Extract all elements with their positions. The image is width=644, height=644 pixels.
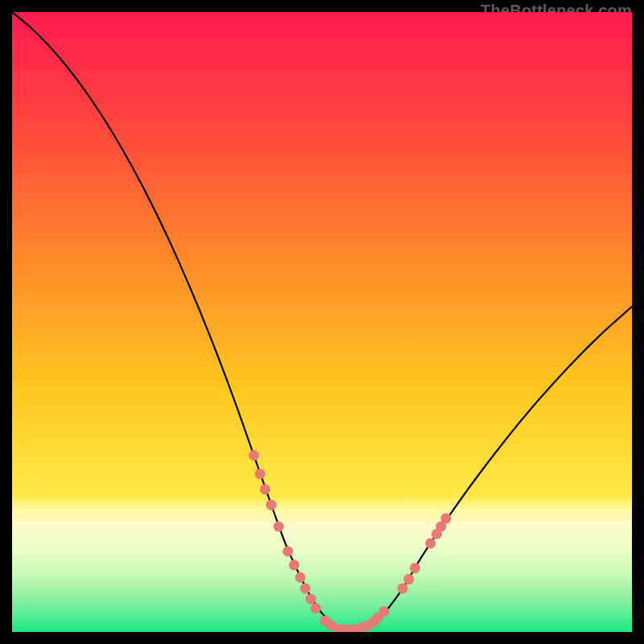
highlight-marker <box>274 522 284 532</box>
bottleneck-chart <box>12 12 632 632</box>
highlight-marker <box>398 584 408 594</box>
highlight-marker <box>260 484 270 494</box>
highlight-marker <box>283 546 293 556</box>
highlight-marker <box>289 559 299 570</box>
highlight-marker <box>410 563 420 573</box>
highlight-marker <box>441 514 452 524</box>
highlight-marker <box>311 603 321 613</box>
highlight-marker <box>249 450 259 460</box>
highlight-marker <box>300 584 311 594</box>
highlight-marker <box>379 606 390 617</box>
chart-frame: TheBottleneck.com <box>12 12 632 632</box>
gradient-background <box>12 12 632 632</box>
highlight-marker <box>306 594 316 605</box>
highlight-marker <box>425 538 436 548</box>
highlight-marker <box>255 469 266 479</box>
highlight-marker <box>266 500 276 510</box>
highlight-marker <box>403 574 414 584</box>
highlight-marker <box>295 572 306 583</box>
